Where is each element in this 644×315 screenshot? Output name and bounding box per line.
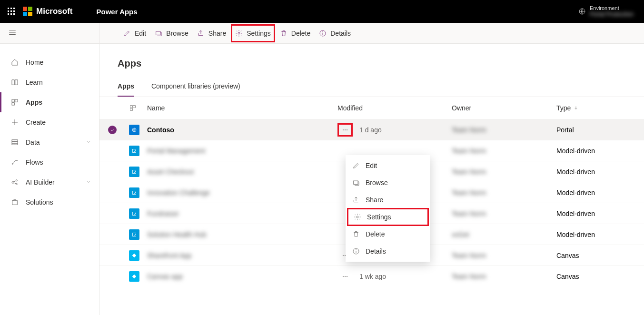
column-type[interactable]: Type	[556, 104, 644, 112]
ctx-details[interactable]: Details	[346, 243, 430, 260]
browse-icon	[155, 30, 162, 37]
sort-down-icon	[574, 104, 578, 112]
delete-label: Delete	[291, 30, 310, 37]
tab-component-libraries[interactable]: Component libraries (preview)	[151, 82, 240, 97]
gear-icon	[354, 213, 361, 221]
svg-point-17	[323, 31, 323, 32]
column-name[interactable]: Name	[147, 104, 337, 112]
global-header: Microsoft Power Apps Environment Portal …	[0, 0, 644, 23]
ctx-edit[interactable]: Edit	[346, 157, 430, 174]
tab-apps[interactable]: Apps	[118, 82, 134, 97]
type-value: Model-driven	[556, 210, 595, 217]
nav-ai-label: AI Builder	[26, 178, 55, 186]
app-type-icon	[129, 146, 139, 156]
nav-apps[interactable]: Apps	[0, 92, 99, 112]
gear-icon	[235, 30, 243, 37]
type-value: Canvas	[556, 252, 579, 259]
app-type-icon	[129, 167, 139, 177]
app-type-icon	[129, 208, 139, 219]
svg-rect-4	[10, 10, 12, 12]
svg-point-52	[345, 276, 346, 277]
svg-rect-8	[13, 13, 15, 15]
modified-value: 1 wk ago	[359, 273, 386, 280]
app-launcher-icon[interactable]	[0, 0, 23, 23]
app-name: Asset Checkout	[147, 168, 194, 176]
svg-rect-35	[130, 108, 133, 111]
more-actions-button[interactable]	[337, 123, 353, 137]
nav-data-label: Data	[26, 138, 40, 146]
details-label: Details	[330, 30, 351, 37]
nav-learn[interactable]: Learn	[0, 72, 99, 92]
info-icon	[352, 247, 360, 255]
ctx-share[interactable]: Share	[346, 191, 430, 208]
flow-icon	[10, 158, 19, 167]
plus-icon	[10, 118, 19, 127]
nav-home-label: Home	[26, 59, 43, 66]
nav-data[interactable]: Data	[0, 132, 99, 152]
svg-point-51	[343, 276, 344, 277]
app-name: Contoso	[147, 126, 174, 134]
nav-learn-label: Learn	[26, 79, 43, 86]
solutions-icon	[10, 198, 19, 207]
type-value: Model-driven	[556, 189, 595, 197]
product-name[interactable]: Power Apps	[97, 8, 138, 16]
svg-point-53	[347, 276, 347, 277]
svg-marker-46	[132, 254, 136, 257]
nav-ai[interactable]: AI Builder	[0, 172, 99, 192]
nav-toggle-icon[interactable]	[8, 28, 17, 39]
more-actions-button[interactable]	[337, 270, 353, 283]
delete-button[interactable]: Delete	[276, 25, 314, 41]
ctx-delete[interactable]: Delete	[346, 226, 430, 243]
svg-point-28	[16, 180, 17, 181]
ctx-browse[interactable]: Browse	[346, 174, 430, 191]
svg-rect-32	[12, 200, 18, 205]
edit-button[interactable]: Edit	[119, 25, 150, 41]
svg-rect-34	[133, 106, 136, 108]
svg-point-27	[12, 181, 14, 184]
nav-solutions[interactable]: Solutions	[0, 192, 99, 212]
app-type-icon	[129, 187, 139, 198]
browse-icon	[352, 179, 360, 187]
app-type-icon	[129, 125, 139, 135]
selected-check-icon[interactable]	[108, 126, 117, 134]
environment-picker[interactable]: Environment Portal Production	[578, 5, 644, 18]
nav-create[interactable]: Create	[0, 112, 99, 132]
database-icon	[10, 138, 19, 147]
column-modified[interactable]: Modified	[337, 104, 452, 112]
browse-button[interactable]: Browse	[151, 25, 192, 41]
svg-rect-23	[12, 140, 18, 145]
app-type-icon	[129, 229, 139, 240]
app-type-icon	[129, 271, 139, 282]
ctx-settings[interactable]: Settings	[347, 208, 429, 226]
svg-rect-33	[130, 106, 133, 108]
pencil-icon	[123, 30, 131, 37]
table-row[interactable]: Canvas app1 wk agoTeam NormCanvas	[99, 266, 644, 286]
owner-value: Team Norm	[452, 189, 486, 197]
svg-rect-18	[12, 99, 14, 102]
svg-rect-5	[13, 10, 15, 12]
app-name: Sharefront App	[147, 252, 191, 259]
svg-rect-54	[354, 181, 358, 184]
share-button[interactable]: Share	[193, 25, 230, 41]
grid-icon[interactable]	[129, 104, 137, 112]
nav-solutions-label: Solutions	[26, 198, 53, 206]
column-owner[interactable]: Owner	[452, 104, 556, 112]
owner-value: Team Norm	[452, 126, 486, 134]
nav-flows[interactable]: Flows	[0, 152, 99, 172]
nav-home[interactable]: Home	[0, 52, 99, 72]
svg-point-38	[343, 129, 344, 130]
app-name: Solution Health Hub	[147, 231, 207, 238]
settings-button[interactable]: Settings	[231, 24, 275, 42]
app-type-icon	[129, 250, 139, 261]
table-row[interactable]: Contoso1 d agoTeam NormPortal	[99, 119, 644, 140]
globe-icon	[578, 8, 586, 15]
details-button[interactable]: Details	[315, 25, 355, 41]
page-title: Apps	[99, 58, 644, 69]
type-value: Canvas	[556, 273, 579, 280]
environment-value: Portal Production	[590, 11, 634, 18]
pencil-icon	[352, 162, 360, 169]
edit-label: Edit	[135, 30, 146, 37]
owner-value: xxGet	[452, 231, 469, 238]
svg-point-29	[16, 183, 17, 185]
share-icon	[352, 196, 360, 204]
